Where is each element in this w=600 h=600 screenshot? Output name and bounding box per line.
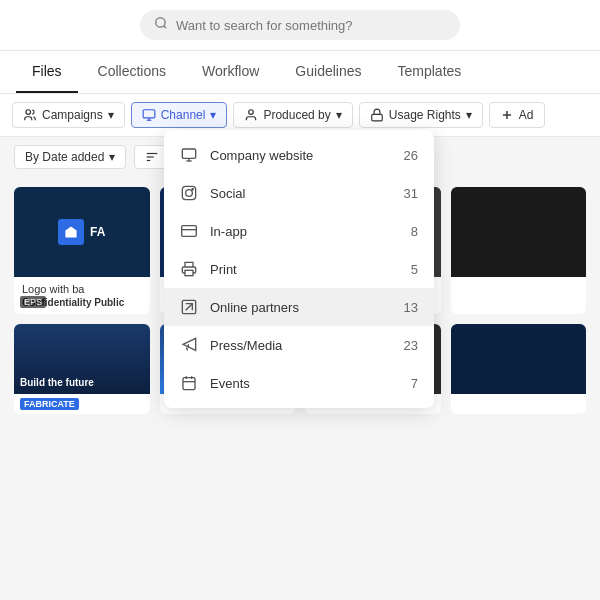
list-item[interactable]: FA EPS Logo with ba Confidentiality Publ…	[14, 187, 150, 314]
search-bar	[0, 0, 600, 51]
eps-badge: EPS	[20, 296, 46, 308]
usage-rights-filter[interactable]: Usage Rights ▾	[359, 102, 483, 128]
search-input-wrap[interactable]	[140, 10, 460, 40]
campaigns-icon	[23, 108, 37, 122]
megaphone-icon	[180, 336, 198, 354]
dropdown-item-label: Print	[210, 262, 399, 277]
dropdown-item-count: 31	[404, 186, 418, 201]
produced-by-chevron: ▾	[336, 108, 342, 122]
dropdown-item-label: Social	[210, 186, 392, 201]
add-icon	[500, 108, 514, 122]
dropdown-item-events[interactable]: Events 7	[164, 364, 434, 402]
dropdown-item-count: 13	[404, 300, 418, 315]
campaigns-chevron: ▾	[108, 108, 114, 122]
dropdown-item-press-media[interactable]: Press/Media 23	[164, 326, 434, 364]
svg-rect-7	[372, 114, 383, 120]
svg-rect-22	[185, 270, 193, 275]
dropdown-item-in-app[interactable]: In-app 8	[164, 212, 434, 250]
dropdown-item-label: Events	[210, 376, 399, 391]
dropdown-item-count: 23	[404, 338, 418, 353]
svg-rect-17	[182, 186, 195, 199]
svg-point-6	[249, 110, 254, 115]
dropdown-item-count: 5	[411, 262, 418, 277]
produced-by-filter[interactable]: Produced by ▾	[233, 102, 352, 128]
svg-rect-24	[183, 378, 195, 390]
produced-by-icon	[244, 108, 258, 122]
tab-templates[interactable]: Templates	[382, 51, 478, 93]
channel-dropdown: Company website 26 Social 31 In-app 8 Pr…	[164, 130, 434, 408]
dropdown-item-company-website[interactable]: Company website 26	[164, 136, 434, 174]
dropdown-item-label: Company website	[210, 148, 392, 163]
dropdown-item-label: In-app	[210, 224, 399, 239]
produced-by-label: Produced by	[263, 108, 330, 122]
campaigns-filter[interactable]: Campaigns ▾	[12, 102, 125, 128]
svg-marker-13	[65, 226, 76, 237]
usage-rights-label: Usage Rights	[389, 108, 461, 122]
tab-files[interactable]: Files	[16, 51, 78, 93]
svg-line-1	[164, 26, 167, 29]
svg-rect-3	[143, 110, 155, 118]
credit-card-icon	[180, 222, 198, 240]
channel-icon	[142, 108, 156, 122]
svg-point-0	[156, 18, 165, 27]
usage-rights-chevron: ▾	[466, 108, 472, 122]
campaigns-label: Campaigns	[42, 108, 103, 122]
dropdown-item-count: 26	[404, 148, 418, 163]
add-label: Ad	[519, 108, 534, 122]
nav-tabs: Files Collections Workflow Guidelines Te…	[0, 51, 600, 94]
channel-filter[interactable]: Channel ▾	[131, 102, 228, 128]
sort-order-icon	[145, 150, 159, 164]
svg-rect-14	[182, 149, 195, 158]
tab-workflow[interactable]: Workflow	[186, 51, 275, 93]
sort-label: By Date added	[25, 150, 104, 164]
card-title: Logo with ba	[22, 283, 142, 295]
usage-rights-icon	[370, 108, 384, 122]
svg-point-2	[26, 110, 31, 115]
dropdown-item-label: Press/Media	[210, 338, 392, 353]
dropdown-item-label: Online partners	[210, 300, 392, 315]
add-filter[interactable]: Ad	[489, 102, 545, 128]
channel-chevron: ▾	[210, 108, 216, 122]
dropdown-item-count: 7	[411, 376, 418, 391]
sort-button[interactable]: By Date added ▾	[14, 145, 126, 169]
list-item[interactable]	[451, 187, 587, 314]
svg-point-19	[192, 189, 193, 190]
monitor-icon	[180, 146, 198, 164]
search-input[interactable]	[176, 18, 446, 33]
svg-rect-20	[182, 226, 197, 237]
tab-collections[interactable]: Collections	[82, 51, 182, 93]
dropdown-item-count: 8	[411, 224, 418, 239]
svg-point-18	[186, 190, 193, 197]
dropdown-item-print[interactable]: Print 5	[164, 250, 434, 288]
printer-icon	[180, 260, 198, 278]
card-title-overlay: Build the future	[20, 377, 94, 388]
external-link-icon	[180, 298, 198, 316]
instagram-icon	[180, 184, 198, 202]
dropdown-item-social[interactable]: Social 31	[164, 174, 434, 212]
list-item[interactable]: Build the future FABRICATE	[14, 324, 150, 414]
channel-label: Channel	[161, 108, 206, 122]
list-item[interactable]	[451, 324, 587, 414]
calendar-icon	[180, 374, 198, 392]
sort-chevron: ▾	[109, 150, 115, 164]
tab-guidelines[interactable]: Guidelines	[279, 51, 377, 93]
search-icon	[154, 16, 168, 34]
dropdown-item-online-partners[interactable]: Online partners 13	[164, 288, 434, 326]
